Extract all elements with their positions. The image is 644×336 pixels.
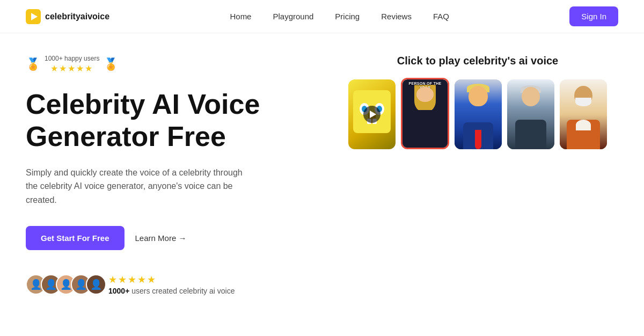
celebrity-card-spongebob[interactable] [348,79,396,149]
proof-count: 1000+ users created celebrity ai voice [108,287,235,295]
hero-left: 🏅 1000+ happy users ★★★★★ 🏅 Celebrity AI… [26,55,305,295]
celebrity-card-modi[interactable] [560,79,607,149]
play-button-icon[interactable] [363,106,380,123]
social-proof: 👤 👤 👤 👤 👤 ★★★★★ 1000+ users creat [26,274,305,295]
hero-description: Simply and quickly create the voice of a… [26,166,251,207]
nav-playground[interactable]: Playground [273,12,313,21]
celebrity-card-taylor[interactable]: PERSON OF THE YEAR [401,78,449,149]
signin-button[interactable]: Sign In [569,6,618,26]
get-start-button[interactable]: Get Start For Free [26,226,125,250]
learn-more-link[interactable]: Learn More → [135,233,187,243]
laurel-left-icon: 🏅 [26,57,40,71]
brand-name: celebrityaivoice [45,12,109,21]
celebrity-cards: PERSON OF THE YEAR [348,78,607,149]
logo-icon [26,9,41,24]
logo[interactable]: celebrityaivoice [26,9,109,24]
proof-text: ★★★★★ 1000+ users created celebrity ai v… [108,274,235,295]
celebrity-section-title: Click to play celebrity's ai voice [397,55,558,67]
nav-faq[interactable]: FAQ [433,12,449,21]
celebrity-section: Click to play celebrity's ai voice [337,55,618,149]
hero-title: Celebrity AI Voice Generator Free [26,89,305,153]
happy-users-badge: 🏅 1000+ happy users ★★★★★ 🏅 [26,55,305,74]
celebrity-card-trump[interactable] [455,79,502,149]
proof-stars: ★★★★★ [108,274,235,286]
user-avatars: 👤 👤 👤 👤 👤 [26,274,101,295]
cta-area: Get Start For Free Learn More → [26,226,305,250]
nav-reviews[interactable]: Reviews [381,12,412,21]
nav-pricing[interactable]: Pricing [335,12,360,21]
badge-text: 1000+ happy users [45,55,99,62]
celebrity-card-biden[interactable] [507,79,554,149]
avatar: 👤 [86,274,106,295]
laurel-right-icon: 🏅 [104,57,118,71]
main-nav: Home Playground Pricing Reviews FAQ [230,12,449,21]
nav-home[interactable]: Home [230,12,251,21]
badge-stars: ★★★★★ [50,63,93,74]
